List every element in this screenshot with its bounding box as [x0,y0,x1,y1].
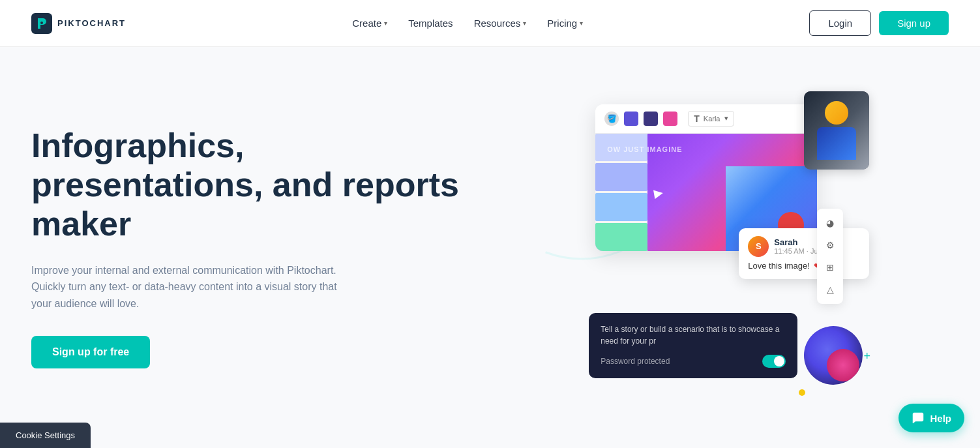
settings-icon[interactable]: ⚙ [822,237,838,253]
mockup-photo-card [804,91,869,170]
navbar: PIKTOCHART Create ▾ Templates Resources … [0,0,980,47]
chevron-down-icon: ▾ [580,20,583,27]
mockup-bottom-card: Tell a story or build a scenario that is… [589,313,797,378]
avatar-sarah: S [748,236,769,257]
circle-graphic [804,326,863,385]
pie-chart-icon[interactable]: ◕ [822,215,838,231]
font-selector[interactable]: T Karla ▾ [688,111,734,127]
font-t-icon: T [694,113,700,124]
cookie-settings-label: Cookie Settings [16,430,75,440]
svg-rect-1 [40,22,43,24]
strip-item [595,193,647,221]
mockup-toolbar: 🪣 T Karla ▾ [595,104,817,134]
logo-text: PIKTOCHART [57,18,126,28]
font-name: Karla [704,115,720,123]
nav-templates[interactable]: Templates [408,18,453,29]
color-swatch-pink[interactable] [663,112,677,126]
hero-section: Infographics, presentations, and reports… [0,47,980,448]
nav-links: Create ▾ Templates Resources ▾ Pricing ▾ [352,18,583,29]
bottom-card-text: Tell a story or build a scenario that is… [601,323,786,347]
logo[interactable]: PIKTOCHART [31,13,126,34]
cursor-icon: ▶ [653,185,664,200]
hero-left: Infographics, presentations, and reports… [31,127,490,368]
mockup-container: 🪣 T Karla ▾ [569,78,869,417]
chevron-down-icon: ▾ [523,20,526,27]
toggle-knob [774,356,784,366]
bucket-icon: 🪣 [604,112,619,126]
bottom-card-footer: Password protected [601,355,786,368]
color-swatch-dark[interactable] [644,112,658,126]
mockup-comment-card: S Sarah 11:45 AM · Jul 28 Love this imag… [739,228,869,279]
color-swatch-purple[interactable] [624,112,638,126]
font-chevron-icon: ▾ [724,114,728,123]
login-button[interactable]: Login [809,10,871,36]
chevron-down-icon: ▾ [384,20,387,27]
nav-pricing[interactable]: Pricing ▾ [547,18,583,29]
hero-right: + 〜 🪣 T Karla ▾ [490,47,949,448]
help-label: Help [930,413,951,424]
nav-create[interactable]: Create ▾ [352,18,387,29]
help-button[interactable]: Help [898,404,964,432]
signup-button[interactable]: Sign up [879,11,949,35]
nav-actions: Login Sign up [809,10,949,36]
side-panel: ◕ ⚙ ⊞ △ [817,209,843,304]
photo-inner [804,91,869,170]
nav-resources[interactable]: Resources ▾ [474,18,527,29]
strip-item [595,163,647,191]
hero-cta-button[interactable]: Sign up for free [31,336,150,368]
image-overlay-text: OW JUST IMAGINE [607,145,682,153]
comment-header: S Sarah 11:45 AM · Jul 28 [748,236,860,257]
circle-inner [827,349,859,381]
password-label: Password protected [601,357,670,366]
hero-title: Infographics, presentations, and reports… [31,127,464,243]
shape-icon[interactable]: △ [822,282,838,297]
cookie-settings-banner[interactable]: Cookie Settings [0,423,91,448]
strip-item [595,223,647,251]
grid-icon[interactable]: ⊞ [822,260,838,275]
chat-icon [912,411,925,425]
comment-text: Love this image! ❤ [748,261,860,271]
hero-subtitle: Improve your internal and external commu… [31,262,344,312]
password-toggle[interactable] [762,355,786,368]
